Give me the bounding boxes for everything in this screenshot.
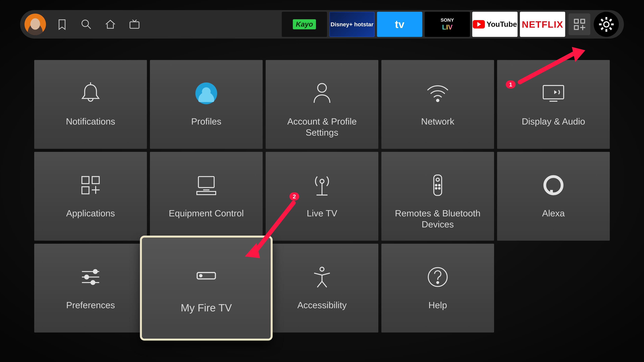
settings-button[interactable] [594, 12, 619, 37]
wifi-icon [425, 77, 450, 109]
device-stick-icon [192, 257, 221, 294]
svg-marker-31 [572, 47, 585, 62]
svg-point-26 [200, 275, 202, 277]
settings-grid: Notifications Profiles Account & Profile… [34, 60, 610, 333]
tile-label: Accessibility [271, 300, 373, 311]
tile-label: My Fire TV [148, 302, 265, 314]
tile-label: Applications [40, 208, 142, 219]
app-tile-kayo[interactable]: Kayo [282, 12, 327, 37]
app-tile-youtube[interactable]: YouTube [472, 12, 518, 37]
svg-point-16 [436, 178, 440, 181]
remote-icon [425, 169, 450, 201]
app-label: NETFLIX [522, 19, 563, 30]
svg-point-20 [438, 188, 440, 189]
pinned-apps-row: Kayo Disney+ hotstar tv SONY LIV YouTube… [282, 12, 565, 37]
top-nav-bar: Kayo Disney+ hotstar tv SONY LIV YouTube… [20, 10, 624, 38]
tile-label: Alexa [503, 208, 604, 219]
app-tile-hotstar[interactable]: Disney+ hotstar [330, 12, 375, 37]
app-label-top: SONY [440, 17, 454, 23]
svg-rect-10 [92, 176, 99, 184]
settings-tile-accessibility[interactable]: Accessibility [266, 244, 378, 333]
svg-point-14 [320, 179, 324, 183]
svg-rect-1 [130, 22, 139, 28]
svg-point-6 [318, 83, 326, 92]
settings-tile-equipment-control[interactable]: Equipment Control [150, 152, 263, 241]
sliders-icon [78, 261, 103, 293]
profile-avatar[interactable] [24, 13, 46, 35]
settings-tile-preferences[interactable]: Preferences [34, 244, 147, 333]
svg-rect-9 [82, 176, 89, 184]
tile-label: Network [387, 116, 488, 127]
tile-label: Profiles [156, 116, 257, 127]
tile-label: Display & Audio [503, 116, 604, 127]
app-label: tv [395, 18, 404, 30]
svg-point-21 [545, 176, 562, 194]
settings-tile-remotes[interactable]: Remotes & Bluetooth Devices [381, 152, 494, 241]
youtube-play-icon [473, 20, 485, 28]
svg-point-29 [437, 282, 439, 284]
settings-tile-profiles[interactable]: Profiles [150, 60, 263, 149]
bell-icon [78, 77, 103, 109]
svg-point-7 [436, 99, 439, 102]
settings-tile-account[interactable]: Account & Profile Settings [266, 60, 378, 149]
app-label: Kayo [293, 19, 316, 29]
settings-tile-my-fire-tv[interactable]: My Fire TV [141, 237, 272, 340]
app-tile-netflix[interactable]: NETFLIX [520, 12, 565, 37]
settings-tile-display-audio[interactable]: Display & Audio [497, 60, 610, 149]
help-icon [425, 261, 450, 293]
accessibility-icon [310, 261, 334, 293]
svg-point-24 [91, 281, 95, 284]
svg-rect-12 [198, 176, 214, 188]
svg-rect-4 [574, 26, 578, 29]
settings-tile-live-tv[interactable]: Live TV [266, 152, 378, 241]
tile-label: Remotes & Bluetooth Devices [387, 208, 488, 230]
tile-label: Preferences [40, 300, 142, 311]
home-icon[interactable] [104, 18, 116, 30]
apps-add-icon [78, 169, 103, 201]
svg-point-18 [438, 184, 440, 186]
nav-trailing-group [568, 12, 619, 37]
settings-tile-network[interactable]: Network [381, 60, 494, 149]
svg-point-17 [435, 184, 437, 186]
all-apps-button[interactable] [568, 13, 590, 35]
settings-tile-applications[interactable]: Applications [34, 152, 147, 241]
alexa-ring-icon [541, 169, 566, 201]
svg-point-5 [604, 22, 609, 27]
profile-icon [196, 77, 217, 109]
bookmark-icon[interactable] [56, 18, 68, 30]
svg-rect-11 [82, 187, 89, 194]
tile-label: Equipment Control [156, 208, 257, 219]
tile-label: Help [387, 300, 488, 311]
nav-icon-group [56, 18, 140, 30]
svg-point-22 [93, 270, 97, 273]
svg-point-0 [82, 20, 88, 27]
svg-point-23 [85, 275, 88, 279]
settings-tile-alexa[interactable]: Alexa [497, 152, 610, 241]
equipment-icon [194, 169, 219, 201]
app-label: YouTube [486, 20, 517, 28]
svg-rect-3 [581, 19, 585, 23]
tv-audio-icon [541, 77, 566, 109]
svg-rect-2 [574, 19, 578, 23]
svg-rect-13 [197, 192, 216, 195]
app-label-bottom: LIV [442, 23, 452, 31]
svg-rect-8 [543, 85, 564, 99]
tile-label: Notifications [40, 116, 142, 127]
settings-tile-help[interactable]: Help [381, 244, 494, 333]
settings-tile-notifications[interactable]: Notifications [34, 60, 147, 149]
app-tile-sonyliv[interactable]: SONY LIV [425, 12, 470, 37]
person-icon [310, 77, 334, 109]
live-tv-icon[interactable] [128, 18, 140, 30]
app-tile-tv[interactable]: tv [377, 12, 422, 37]
svg-point-19 [435, 188, 437, 189]
tile-label: Live TV [271, 208, 373, 219]
tile-label: Account & Profile Settings [271, 116, 373, 138]
search-icon[interactable] [80, 18, 92, 30]
svg-point-27 [320, 267, 324, 271]
antenna-icon [310, 169, 334, 201]
app-label: Disney+ hotstar [330, 21, 374, 27]
